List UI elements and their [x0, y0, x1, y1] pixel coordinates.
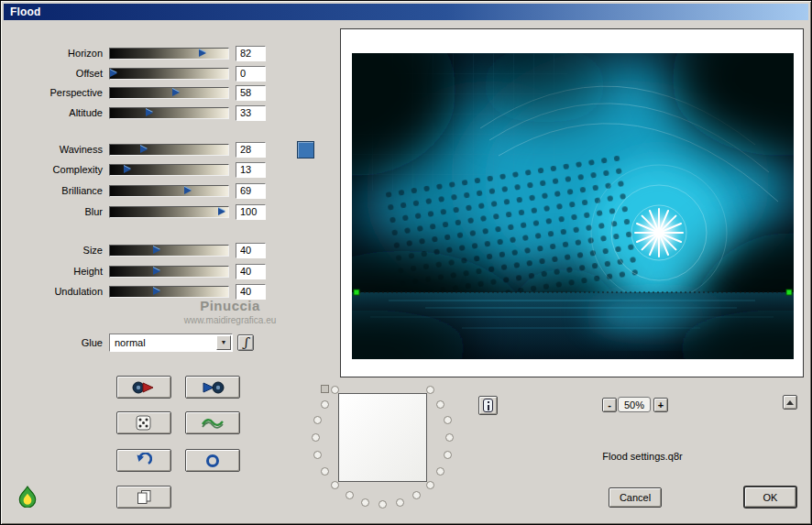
altitude-slider-thumb[interactable]: [146, 109, 153, 116]
undulation-label: Undulation: [1, 286, 109, 297]
color-swatch[interactable]: [297, 141, 314, 159]
memory-dot[interactable]: [313, 451, 322, 459]
glue-row: Glue normal ▼ ʃ: [1, 333, 254, 352]
size-value-input[interactable]: [236, 243, 266, 258]
size-label: Size: [1, 245, 109, 256]
horizon-slider[interactable]: [109, 48, 229, 60]
copy-settings-button[interactable]: [116, 486, 171, 509]
memory-dot[interactable]: [445, 433, 454, 442]
memory-dot[interactable]: [436, 400, 444, 409]
memory-dot[interactable]: [346, 491, 354, 499]
complexity-label: Complexity: [1, 164, 109, 175]
randomize-button[interactable]: [116, 411, 171, 434]
height-slider[interactable]: [109, 266, 229, 278]
waviness-slider[interactable]: [109, 144, 229, 156]
auto-wave-button[interactable]: [185, 411, 240, 434]
horizon-value-input[interactable]: [236, 46, 266, 61]
preview-filtered-button[interactable]: [185, 376, 240, 399]
thumbnail-handle: [321, 385, 329, 393]
brilliance-slider-thumb[interactable]: [184, 187, 192, 194]
waviness-label: Waviness: [1, 144, 109, 155]
size-slider-thumb[interactable]: [153, 246, 160, 254]
settings-filename: Flood settings.q8r: [551, 451, 734, 462]
blur-slider[interactable]: [109, 206, 229, 218]
zoom-level-value: 50%: [624, 399, 644, 410]
preview-original-button[interactable]: [116, 376, 171, 399]
height-label: Height: [1, 266, 109, 277]
memory-dot[interactable]: [436, 467, 444, 476]
horizon-slider-thumb[interactable]: [199, 49, 206, 57]
height-value-input[interactable]: [236, 264, 266, 279]
waviness-value-input[interactable]: [236, 142, 266, 158]
preview-original-icon: [131, 380, 157, 395]
ok-button[interactable]: OK: [744, 487, 796, 508]
slider-row-height: Height: [1, 261, 266, 281]
memory-dot[interactable]: [361, 498, 369, 507]
offset-slider-thumb[interactable]: [110, 70, 117, 77]
undulation-slider[interactable]: [109, 286, 229, 298]
scroll-up-button[interactable]: [783, 395, 797, 410]
altitude-value-input[interactable]: [236, 105, 266, 121]
waviness-slider-thumb[interactable]: [140, 146, 148, 153]
slider-row-perspective: Perspective: [1, 82, 266, 103]
altitude-label: Altitude: [1, 107, 109, 118]
glue-label: Glue: [1, 337, 109, 348]
title-bar[interactable]: Flood: [4, 4, 808, 20]
info-button[interactable]: [478, 396, 498, 415]
complexity-slider[interactable]: [109, 164, 229, 176]
memory-dot[interactable]: [396, 498, 404, 507]
watermark: Pinuccia www.maidiregrafica.eu: [138, 298, 322, 325]
watermark-line1: Pinuccia: [138, 298, 322, 313]
memory-dot[interactable]: [312, 433, 320, 442]
preview-image[interactable]: [352, 53, 794, 359]
zoom-in-button[interactable]: +: [653, 398, 668, 412]
memory-dot[interactable]: [412, 491, 421, 499]
chevron-down-icon[interactable]: ▼: [216, 335, 231, 350]
undo-button[interactable]: [116, 449, 171, 472]
memory-dot[interactable]: [321, 400, 329, 409]
height-slider-thumb[interactable]: [153, 268, 160, 275]
window-title: Flood: [10, 5, 41, 18]
complexity-slider-thumb[interactable]: [124, 166, 131, 173]
glue-selected-value: normal: [115, 337, 146, 348]
glue-sync-icon: ʃ: [244, 335, 247, 349]
watermark-line2: www.maidiregrafica.eu: [138, 315, 322, 325]
perspective-slider[interactable]: [109, 87, 229, 99]
perspective-slider-thumb[interactable]: [172, 89, 180, 96]
brilliance-slider[interactable]: [109, 185, 229, 197]
flood-dialog-window: Flood Horizon Offset Perspective Altitud…: [0, 0, 812, 525]
settings-thumbnail[interactable]: [338, 393, 427, 482]
slider-row-size: Size: [1, 240, 266, 260]
slider-row-offset: Offset: [1, 63, 266, 83]
reset-button[interactable]: [185, 449, 240, 472]
memory-dot[interactable]: [321, 467, 329, 476]
slider-row-complexity: Complexity: [1, 159, 266, 180]
memory-dot[interactable]: [444, 416, 452, 424]
scroll-up-icon: [786, 400, 794, 405]
glue-select[interactable]: normal ▼: [109, 334, 233, 352]
offset-label: Offset: [1, 68, 109, 79]
cancel-button[interactable]: Cancel: [609, 487, 662, 508]
perspective-value-input[interactable]: [236, 85, 266, 101]
memory-dot[interactable]: [313, 416, 322, 424]
auto-wave-icon: [202, 416, 224, 430]
undulation-value-input[interactable]: [236, 284, 266, 300]
blur-value-input[interactable]: [236, 204, 266, 220]
blur-slider-thumb[interactable]: [218, 208, 225, 215]
blur-label: Blur: [1, 206, 109, 217]
cancel-button-label: Cancel: [620, 492, 651, 503]
memory-dot[interactable]: [444, 451, 452, 459]
complexity-value-input[interactable]: [236, 162, 266, 178]
undulation-slider-thumb[interactable]: [153, 288, 160, 295]
zoom-out-button[interactable]: -: [602, 398, 617, 412]
memory-dot[interactable]: [379, 500, 387, 509]
offset-value-input[interactable]: [236, 66, 266, 82]
brilliance-value-input[interactable]: [236, 183, 266, 199]
size-slider[interactable]: [109, 245, 229, 257]
flame-logo-icon[interactable]: [16, 486, 38, 508]
preview-filtered-icon: [200, 380, 225, 395]
offset-slider[interactable]: [109, 68, 229, 80]
altitude-slider[interactable]: [109, 107, 229, 119]
glue-sync-button[interactable]: ʃ: [237, 334, 254, 351]
randomize-dice-icon: [136, 415, 152, 432]
